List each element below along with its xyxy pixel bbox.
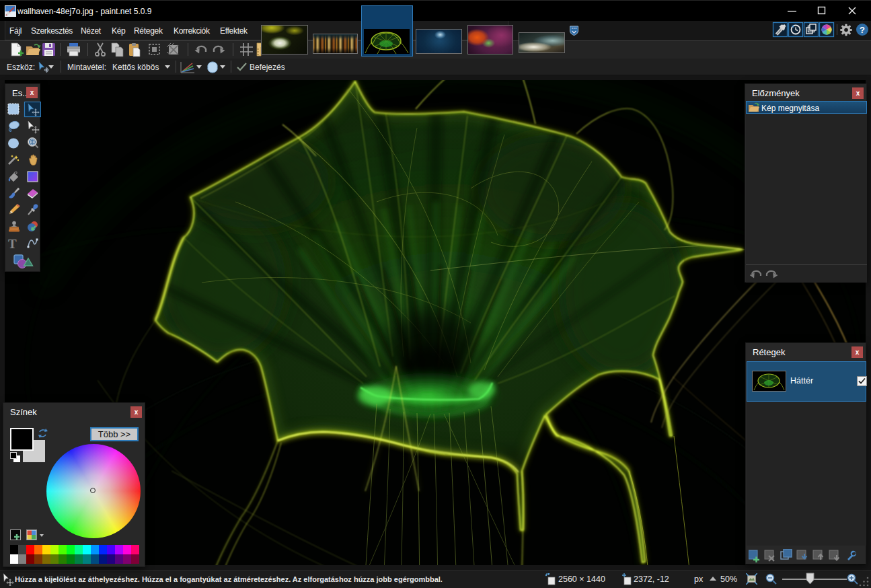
svg-text:T: T xyxy=(8,237,17,251)
svg-text:?: ? xyxy=(860,25,865,35)
